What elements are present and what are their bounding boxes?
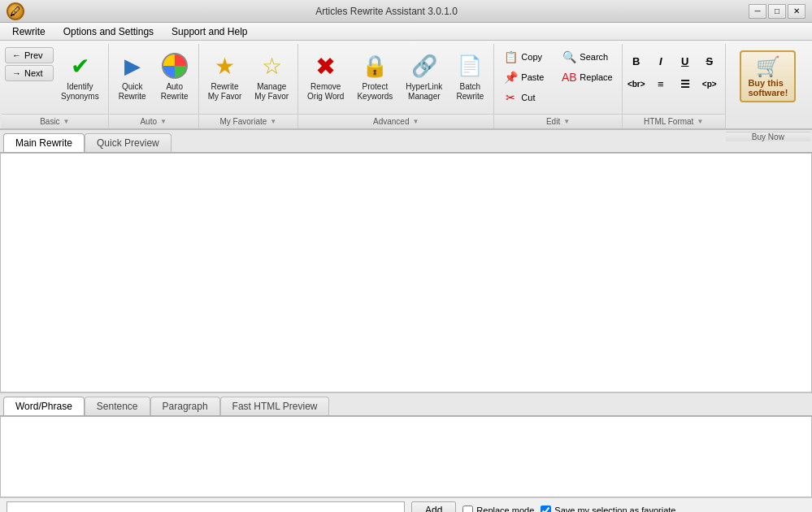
identify-synonyms-label: IdentifySynonyms bbox=[61, 82, 99, 102]
search-button[interactable]: 🔍 Search bbox=[556, 47, 618, 67]
br-button[interactable]: <br> bbox=[626, 73, 647, 94]
hyperlink-manager-button[interactable]: 🔗 HyperLinkManager bbox=[400, 47, 448, 106]
identify-synonyms-icon: ✔ bbox=[65, 51, 94, 80]
rewrite-my-favor-icon: ★ bbox=[211, 51, 240, 80]
buy-now-group-footer: Buy Now bbox=[726, 132, 810, 141]
cart-icon: 🛒 bbox=[756, 55, 780, 78]
ribbon-group-buy-now: 🛒 Buy thissoftware! Buy Now bbox=[726, 44, 810, 128]
basic-group-items: ← Prev → Next ✔ IdentifySynonyms bbox=[2, 44, 108, 114]
manage-my-favor-button[interactable]: ☆ ManageMy Favor bbox=[249, 47, 294, 106]
advanced-group-footer[interactable]: Advanced ▼ bbox=[298, 114, 493, 128]
search-icon: 🔍 bbox=[562, 50, 576, 64]
hyperlink-manager-icon: 🔗 bbox=[410, 51, 439, 80]
main-rewrite-textarea[interactable] bbox=[1, 154, 811, 189]
italic-button[interactable]: I bbox=[650, 50, 671, 72]
remove-orig-word-icon: ✖ bbox=[311, 51, 341, 80]
auto-group-items: ▶ QuickRewrite AutoRewrite bbox=[109, 44, 198, 114]
protect-keywords-button[interactable]: 🔒 ProtectKeywords bbox=[351, 47, 398, 106]
add-button[interactable]: Add bbox=[411, 501, 456, 512]
next-label: Next bbox=[24, 68, 43, 78]
copy-label: Copy bbox=[521, 52, 542, 62]
bottom-content-area bbox=[0, 416, 812, 497]
edit-group-label: Edit bbox=[546, 117, 560, 126]
edit-search-stack: 🔍 Search AB Replace bbox=[556, 47, 618, 87]
quick-rewrite-icon: ▶ bbox=[118, 51, 147, 80]
rewrite-my-favor-button[interactable]: ★ RewriteMy Favor bbox=[202, 47, 248, 106]
quick-rewrite-label: QuickRewrite bbox=[119, 82, 146, 102]
batch-rewrite-button[interactable]: 📄 BatchRewrite bbox=[449, 47, 490, 106]
ol-button[interactable]: ≡ bbox=[650, 73, 671, 94]
identify-synonyms-button[interactable]: ✔ IdentifySynonyms bbox=[55, 47, 105, 106]
rewrite-my-favor-label: RewriteMy Favor bbox=[208, 82, 242, 102]
my-favor-group-footer[interactable]: My Favoriate ▼ bbox=[199, 114, 297, 128]
quick-rewrite-button[interactable]: ▶ QuickRewrite bbox=[112, 47, 153, 106]
copy-button[interactable]: 📋 Copy bbox=[497, 47, 554, 67]
menu-item-rewrite[interactable]: Rewrite bbox=[3, 24, 54, 40]
edit-group-footer[interactable]: Edit ▼ bbox=[494, 114, 621, 128]
p-button[interactable]: <p> bbox=[699, 73, 720, 94]
menu-item-options[interactable]: Options and Settings bbox=[54, 24, 163, 40]
tab-paragraph[interactable]: Paragraph bbox=[150, 397, 220, 415]
close-button[interactable]: ✕ bbox=[788, 4, 805, 19]
remove-orig-word-button[interactable]: ✖ RemoveOrig Word bbox=[302, 47, 350, 106]
buy-now-group-label: Buy Now bbox=[752, 132, 784, 141]
replace-button[interactable]: AB Replace bbox=[556, 67, 618, 87]
my-favor-group-label: My Favoriate bbox=[220, 117, 267, 126]
replace-mode-checkbox[interactable] bbox=[462, 505, 473, 513]
tab-word-phrase[interactable]: Word/Phrase bbox=[3, 397, 85, 415]
my-favor-group-items: ★ RewriteMy Favor ☆ ManageMy Favor bbox=[199, 44, 297, 114]
ribbon-group-auto: ▶ QuickRewrite AutoRewrite Auto ▼ bbox=[109, 44, 199, 128]
maximize-button[interactable]: □ bbox=[768, 4, 786, 19]
ribbon-group-basic: ← Prev → Next ✔ IdentifySynonyms Basic ▼ bbox=[2, 44, 109, 128]
app-logo: 🖊 bbox=[7, 2, 24, 20]
html-format-group-footer[interactable]: HTML Format ▼ bbox=[623, 114, 725, 128]
auto-rewrite-icon bbox=[160, 51, 189, 80]
prev-label: Prev bbox=[24, 50, 43, 60]
advanced-group-items: ✖ RemoveOrig Word 🔒 ProtectKeywords 🔗 Hy… bbox=[298, 44, 493, 114]
add-row: Add Replace mode Save my selection as fa… bbox=[0, 497, 812, 512]
ribbon-group-my-favoriate: ★ RewriteMy Favor ☆ ManageMy Favor My Fa… bbox=[199, 44, 298, 128]
ul-button[interactable]: ☰ bbox=[675, 73, 696, 94]
buy-now-label: Buy thissoftware! bbox=[748, 78, 788, 98]
bold-button[interactable]: B bbox=[626, 50, 647, 72]
remove-orig-word-label: RemoveOrig Word bbox=[307, 82, 344, 102]
ribbon: ← Prev → Next ✔ IdentifySynonyms Basic ▼ bbox=[0, 41, 812, 130]
tab-quick-preview[interactable]: Quick Preview bbox=[85, 133, 172, 152]
copy-icon: 📋 bbox=[503, 50, 518, 64]
underline-button[interactable]: U bbox=[675, 50, 696, 72]
cut-button[interactable]: ✂ Cut bbox=[497, 88, 554, 107]
cut-label: Cut bbox=[521, 93, 535, 102]
basic-expand-icon: ▼ bbox=[63, 118, 70, 125]
my-favor-expand-icon: ▼ bbox=[270, 118, 276, 125]
edit-copy-paste-stack: 📋 Copy 📌 Paste ✂ Cut bbox=[497, 47, 554, 107]
replace-label: Replace bbox=[580, 72, 612, 82]
minimize-button[interactable]: ─ bbox=[749, 4, 766, 19]
edit-group-items: 📋 Copy 📌 Paste ✂ Cut 🔍 Search A bbox=[494, 44, 621, 114]
tab-fast-html-preview[interactable]: Fast HTML Preview bbox=[220, 397, 330, 415]
strikethrough-button[interactable]: S bbox=[699, 50, 720, 72]
auto-group-label: Auto bbox=[140, 117, 157, 126]
menu-bar: Rewrite Options and Settings Support and… bbox=[0, 23, 812, 41]
edit-expand-icon: ▼ bbox=[563, 118, 570, 125]
auto-rewrite-button[interactable]: AutoRewrite bbox=[154, 47, 195, 106]
ribbon-group-advanced: ✖ RemoveOrig Word 🔒 ProtectKeywords 🔗 Hy… bbox=[298, 44, 494, 128]
next-button[interactable]: → Next bbox=[5, 65, 54, 81]
prev-button[interactable]: ← Prev bbox=[5, 47, 54, 63]
basic-group-footer[interactable]: Basic ▼ bbox=[2, 114, 108, 128]
auto-group-footer[interactable]: Auto ▼ bbox=[109, 114, 198, 128]
replace-icon: AB bbox=[562, 70, 576, 85]
bottom-textarea[interactable] bbox=[1, 417, 811, 497]
main-tab-bar: Main Rewrite Quick Preview bbox=[0, 130, 812, 153]
save-selection-checkbox-group: Save my selection as favoriate bbox=[541, 505, 675, 513]
menu-item-support[interactable]: Support and Help bbox=[163, 24, 256, 40]
add-input[interactable] bbox=[7, 501, 405, 512]
manage-my-favor-label: ManageMy Favor bbox=[254, 82, 289, 102]
paste-icon: 📌 bbox=[503, 70, 518, 85]
buy-now-button[interactable]: 🛒 Buy thissoftware! bbox=[740, 50, 796, 102]
hyperlink-manager-label: HyperLinkManager bbox=[406, 82, 442, 102]
tab-sentence[interactable]: Sentence bbox=[85, 397, 150, 415]
tab-main-rewrite[interactable]: Main Rewrite bbox=[3, 133, 85, 152]
save-selection-checkbox[interactable] bbox=[541, 505, 551, 513]
paste-button[interactable]: 📌 Paste bbox=[497, 67, 554, 87]
auto-expand-icon: ▼ bbox=[160, 118, 167, 125]
